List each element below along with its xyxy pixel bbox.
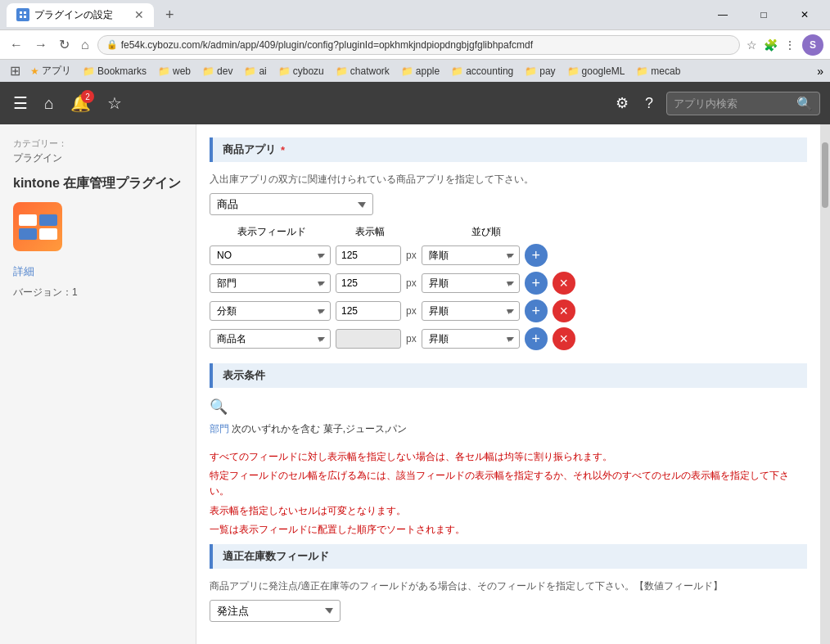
bookmark-accounting[interactable]: 📁 accounting xyxy=(446,64,518,79)
title-bar: プラグインの設定 ✕ + — □ ✕ xyxy=(0,0,830,29)
order-select-3[interactable]: 昇順 降順 xyxy=(422,301,520,321)
width-input-4[interactable] xyxy=(336,329,401,349)
bm-apple-icon: 📁 xyxy=(401,65,413,77)
inventory-description: 商品アプリに発注点/適正在庫等のフィールドがある場合は、そのフィールドを指定して… xyxy=(210,579,807,593)
notification-badge: 2 xyxy=(81,90,94,103)
content-area: 商品アプリ * 入出庫アプリの双方に関連付けられている商品アプリを指定して下さい… xyxy=(196,124,820,644)
bookmark-bookmarks[interactable]: 📁 Bookmarks xyxy=(78,64,151,79)
home-nav-button[interactable]: ⌂ xyxy=(78,36,92,54)
field-select-wrap-1: NO xyxy=(210,245,331,265)
bookmark-chatwork[interactable]: 📁 chatwork xyxy=(331,64,395,79)
width-input-3[interactable] xyxy=(336,301,401,321)
minimize-button[interactable]: — xyxy=(704,3,742,26)
bookmark-googleml[interactable]: 📁 googleML xyxy=(562,64,630,79)
active-tab[interactable]: プラグインの設定 ✕ xyxy=(7,3,154,27)
app-select-wrap: 商品 xyxy=(210,193,373,215)
forward-button[interactable]: → xyxy=(31,36,51,54)
bookmark-ai[interactable]: 📁 ai xyxy=(239,64,271,79)
bookmark-dev[interactable]: 📁 dev xyxy=(197,64,237,79)
add-row-button-3[interactable]: + xyxy=(525,299,548,322)
app-search-input[interactable] xyxy=(674,97,796,110)
window-controls: — □ ✕ xyxy=(704,3,823,26)
remove-row-button-4[interactable]: × xyxy=(553,327,575,350)
bm-mecab-icon: 📁 xyxy=(636,65,648,77)
extensions-button[interactable]: 🧩 xyxy=(762,37,779,53)
order-select-2[interactable]: 昇順 降順 xyxy=(422,273,520,293)
tab-title: プラグインの設定 xyxy=(34,8,113,22)
bm-web-icon: 📁 xyxy=(158,65,170,77)
bm-ai-icon: 📁 xyxy=(244,65,256,77)
bm-ai-label: ai xyxy=(259,65,266,77)
add-row-button-4[interactable]: + xyxy=(525,327,548,350)
notification-button[interactable]: 🔔 2 xyxy=(67,90,94,116)
bookmark-star-button[interactable]: ☆ xyxy=(745,37,759,53)
plugin-title: kintone 在庫管理プラグイン xyxy=(13,175,183,192)
add-row-button-2[interactable]: + xyxy=(525,272,548,295)
order-select-wrap-4: 昇順 降順 xyxy=(422,329,520,349)
width-input-2[interactable] xyxy=(336,273,401,293)
width-input-1[interactable] xyxy=(336,245,401,265)
bookmark-star-icon: ★ xyxy=(30,65,39,77)
app-home-button[interactable]: ⌂ xyxy=(41,91,57,116)
plugin-icon xyxy=(13,202,62,251)
remove-row-button-2[interactable]: × xyxy=(553,272,575,295)
address-bar-icons: ☆ 🧩 ⋮ xyxy=(745,37,797,53)
back-button[interactable]: ← xyxy=(7,36,26,54)
svg-rect-2 xyxy=(20,16,22,18)
product-app-description: 入出庫アプリの双方に関連付けられている商品アプリを指定して下さい。 xyxy=(210,172,807,187)
refresh-button[interactable]: ↻ xyxy=(56,35,73,54)
filter-icon: 🔍 xyxy=(210,398,807,416)
help-button[interactable]: ? xyxy=(642,92,656,115)
svg-rect-3 xyxy=(24,16,26,18)
favorites-button[interactable]: ☆ xyxy=(104,90,125,116)
table-headers: 表示フィールド 表示幅 並び順 xyxy=(210,225,807,239)
bookmarks-more-button[interactable]: » xyxy=(817,65,823,78)
url-bar[interactable]: 🔒 fe54k.cybozu.com/k/admin/app/409/plugi… xyxy=(97,35,740,55)
remove-row-button-3[interactable]: × xyxy=(553,299,575,322)
product-app-section-header: 商品アプリ * xyxy=(210,137,807,162)
inventory-section: 適正在庫数フィールド 商品アプリに発注点/適正在庫等のフィールドがある場合は、そ… xyxy=(210,544,807,622)
app-search-button[interactable]: 🔍 xyxy=(796,96,813,111)
bookmark-bookmarks-label: Bookmarks xyxy=(97,65,147,77)
add-row-button-1[interactable]: + xyxy=(525,244,548,267)
bookmark-pay[interactable]: 📁 pay xyxy=(520,64,560,79)
field-row-1: NO px 降順 昇順 + xyxy=(210,244,807,267)
field-select-4[interactable]: 商品名 xyxy=(210,329,331,349)
th-display-field: 表示フィールド xyxy=(211,225,332,239)
bm-googleml-label: googleML xyxy=(582,65,625,77)
app-select-dropdown[interactable]: 商品 xyxy=(210,193,373,215)
order-select-1[interactable]: 降順 昇順 xyxy=(422,245,520,265)
bookmarks-bar: ⊞ ★ アプリ 📁 Bookmarks 📁 web 📁 dev 📁 ai 📁 c… xyxy=(0,59,830,82)
maximize-button[interactable]: □ xyxy=(745,3,783,26)
scroll-thumb[interactable] xyxy=(822,142,828,208)
bookmark-web[interactable]: 📁 web xyxy=(153,64,196,79)
apps-grid-button[interactable]: ⊞ xyxy=(7,61,24,80)
inventory-field-select[interactable]: 発注点 xyxy=(210,600,341,622)
bookmark-apple[interactable]: 📁 apple xyxy=(396,64,444,79)
menu-button[interactable]: ⋮ xyxy=(783,37,797,53)
field-select-3[interactable]: 分類 xyxy=(210,301,331,321)
condition-field-label: 部門 xyxy=(210,423,229,435)
field-select-1[interactable]: NO xyxy=(210,245,331,265)
bookmark-apps[interactable]: ★ アプリ xyxy=(25,62,76,79)
field-select-wrap-3: 分類 xyxy=(210,301,331,321)
main-area: カテゴリー： プラグイン kintone 在庫管理プラグイン xyxy=(0,124,820,644)
hamburger-menu-button[interactable]: ☰ xyxy=(10,90,31,116)
bm-dev-icon: 📁 xyxy=(202,65,214,77)
bookmark-mecab[interactable]: 📁 mecab xyxy=(631,64,685,79)
order-select-4[interactable]: 昇順 降順 xyxy=(422,329,520,349)
field-select-wrap-2: 部門 xyxy=(210,273,331,293)
tab-close-button[interactable]: ✕ xyxy=(134,8,144,21)
field-row-2: 部門 px 昇順 降順 + × xyxy=(210,272,807,295)
field-select-2[interactable]: 部門 xyxy=(210,273,331,293)
detail-link[interactable]: 詳細 xyxy=(13,264,183,279)
condition-type: 次のいずれかを含む xyxy=(232,423,320,435)
close-button[interactable]: ✕ xyxy=(786,3,823,26)
bookmark-cybozu[interactable]: 📁 cybozu xyxy=(273,64,329,79)
app-header: ☰ ⌂ 🔔 2 ☆ ⚙ ? 🔍 xyxy=(0,82,830,124)
bm-cybozu-label: cybozu xyxy=(293,65,324,77)
settings-button[interactable]: ⚙ xyxy=(612,91,632,115)
new-tab-button[interactable]: + xyxy=(160,5,179,25)
user-avatar[interactable]: S xyxy=(802,34,823,56)
display-conditions-title: 表示条件 xyxy=(223,368,265,383)
